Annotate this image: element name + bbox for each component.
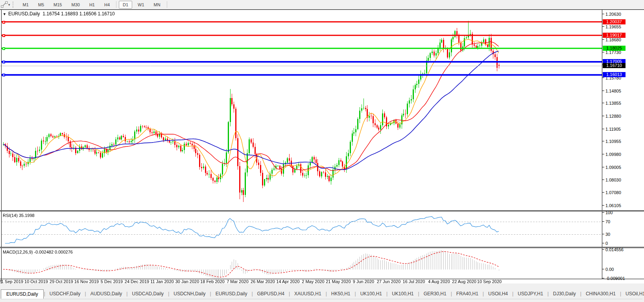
chart-tab-uk100-h1[interactable]: UK100,H1 <box>388 289 417 298</box>
price-tick: 1.18680 <box>605 37 621 42</box>
macd-scale-label: 0.00 <box>605 267 614 272</box>
line-study-tool-icon[interactable] <box>0 1 8 8</box>
price-tick: 1.10955 <box>605 139 621 144</box>
panel-splitter-macd[interactable] <box>0 247 644 248</box>
timeframe-button-d1[interactable]: D1 <box>119 1 132 9</box>
date-label: 27 Jun 2020 <box>377 279 401 284</box>
timeframe-toolbar: ▾ M1M5M15M30H1H4D1W1MN <box>0 0 644 9</box>
tool-dropdown-icon[interactable]: ▾ <box>8 3 10 7</box>
chart-tab-fra40-h1[interactable]: FRA40,H1 <box>452 289 482 298</box>
price-chart-canvas[interactable] <box>0 10 602 210</box>
date-label: 24 Dec 2019 <box>125 279 149 284</box>
chart-tab-eurusd-daily[interactable]: EURUSD,Daily <box>1 289 44 299</box>
date-label: 22 Aug 2020 <box>452 279 476 284</box>
toolbar-separator <box>116 1 116 8</box>
rsi-scale-label: 0 <box>605 241 608 246</box>
price-axis[interactable]: 1.206301.196551.186801.177301.167551.157… <box>602 10 644 283</box>
chart-left-border <box>1 10 2 283</box>
price-tick: 1.09005 <box>605 165 621 170</box>
date-label: 21 Sep 2019 <box>0 279 23 284</box>
timeframe-button-m5[interactable]: M5 <box>34 1 48 9</box>
rsi-scale-label: 70 <box>605 219 610 224</box>
chart-title: ▼EURUSD,Daily 1.16754 1.16893 1.16506 1.… <box>3 11 115 17</box>
price-tick: 1.06105 <box>605 203 621 208</box>
panel-splitter-rsi[interactable] <box>0 210 644 211</box>
price-tick: 1.11905 <box>605 127 621 132</box>
timeframe-button-h4[interactable]: H4 <box>100 1 114 9</box>
date-label: 5 Dec 2019 <box>101 279 123 284</box>
macd-indicator-canvas[interactable] <box>0 248 602 279</box>
chart-tab-ger30-h1[interactable]: GER30,H1 <box>420 289 450 298</box>
chart-tabs: EURUSD,Daily|USDCHF,Daily|AUDUSD,Daily|U… <box>1 289 642 299</box>
price-tick: 1.09980 <box>605 152 621 157</box>
date-label: 9 Jun 2020 <box>353 279 374 284</box>
price-tick: 1.12880 <box>605 114 621 119</box>
collapse-icon[interactable]: ▼ <box>3 12 6 16</box>
hline-price-badge: 1.18025 <box>603 46 626 51</box>
chart-tab-eurusd-daily[interactable]: EURUSD,Daily <box>212 289 251 298</box>
symbol-period-label: EURUSD,Daily <box>8 11 40 17</box>
price-tick: 1.13855 <box>605 101 621 106</box>
date-label: 16 Nov 2019 <box>74 279 99 284</box>
price-tick: 1.14805 <box>605 89 621 93</box>
rsi-indicator-canvas[interactable] <box>0 211 602 247</box>
date-label: 29 Oct 2019 <box>50 279 73 284</box>
date-label: 7 Mar 2020 <box>227 279 249 284</box>
chart-tabbar: EURUSD,Daily|USDCHF,Daily|AUDUSD,Daily|U… <box>0 283 644 302</box>
chart-tab-uk100-h1[interactable]: UK100,H1 <box>356 289 386 298</box>
price-tick: 1.08030 <box>605 178 621 182</box>
date-label: 30 Jan 2020 <box>175 279 199 284</box>
price-tick: 1.19655 <box>605 24 621 29</box>
timeframe-button-m1[interactable]: M1 <box>19 1 33 9</box>
macd-label: MACD(12,26,9) -0.002482 0.000276 <box>3 250 73 254</box>
date-label: 14 Apr 2020 <box>276 279 299 284</box>
date-label: 18 Feb 2020 <box>200 279 225 284</box>
timeframe-button-h1[interactable]: H1 <box>85 1 99 9</box>
date-label: 21 May 2020 <box>326 279 351 284</box>
date-label: 2 May 2020 <box>302 279 324 284</box>
hline-price-badge: 1.20037 <box>603 19 626 24</box>
date-label: 4 Aug 2020 <box>428 279 450 284</box>
chart-tab-hk50-h1[interactable]: HK50,H1 <box>327 289 354 298</box>
bid-price-badge: 1.16710 <box>603 63 626 68</box>
chart-tab-xauusd-h1[interactable]: XAUUSD,H1 <box>290 289 325 298</box>
rsi-scale-label: 30 <box>605 232 610 237</box>
timeframe-button-mn[interactable]: MN <box>150 1 164 9</box>
date-label: 16 Jul 2020 <box>403 279 425 284</box>
chart-tab-china300-h1[interactable]: CHINA300,H1 <box>582 289 620 298</box>
hline-price-badge: 1.19017 <box>603 33 626 38</box>
hline-price-badge: 1.16013 <box>603 72 626 77</box>
chart-tab-dj30-daily[interactable]: DJ30,Daily <box>549 289 580 298</box>
price-tick: 1.07080 <box>605 190 621 195</box>
timeframe-buttons: M1M5M15M30H1H4D1W1MN <box>18 0 169 9</box>
timeframe-button-w1[interactable]: W1 <box>134 1 148 9</box>
chart-tab-usoil-h4[interactable]: USOil,H4 <box>484 289 512 298</box>
chart-window: ▼EURUSD,Daily 1.16754 1.16893 1.16506 1.… <box>0 9 644 284</box>
chart-tab-usoil-h1[interactable]: USOil,H1 <box>622 289 644 298</box>
date-label: 11 Jan 2020 <box>150 279 174 284</box>
timeframe-button-m15[interactable]: M15 <box>50 1 66 9</box>
rsi-label: RSI(14) 35.1998 <box>3 213 35 218</box>
price-tick: 1.20630 <box>605 12 621 17</box>
chart-tab-usdcnh-daily[interactable]: USDCNH,Daily <box>170 289 209 298</box>
chart-tab-gbpusd-h4[interactable]: GBPUSD,H4 <box>253 289 288 298</box>
date-axis-border <box>0 279 644 279</box>
chart-tab-usdcad-daily[interactable]: USDCAD,Daily <box>128 289 168 298</box>
chart-tab-usdchf-daily[interactable]: USDCHF,Daily <box>46 289 85 298</box>
ohlc-values: 1.16754 1.16893 1.16506 1.16710 <box>42 11 115 17</box>
toolbar-grip[interactable] <box>13 2 15 8</box>
date-axis[interactable]: 21 Sep 201910 Oct 201929 Oct 201916 Nov … <box>0 279 602 283</box>
date-label: 10 Oct 2019 <box>24 279 48 284</box>
timeframe-button-m30[interactable]: M30 <box>68 1 84 9</box>
macd-scale-label: -0.009001 <box>605 276 625 281</box>
date-label: 26 Mar 2020 <box>251 279 275 284</box>
date-label: 10 Sep 2020 <box>477 279 502 284</box>
chart-tab-audusd-daily[interactable]: AUDUSD,Daily <box>87 289 126 298</box>
toolbar-separator <box>167 1 167 8</box>
chart-tab-usdjpy-h1[interactable]: USDJPY,H1 <box>514 289 547 298</box>
